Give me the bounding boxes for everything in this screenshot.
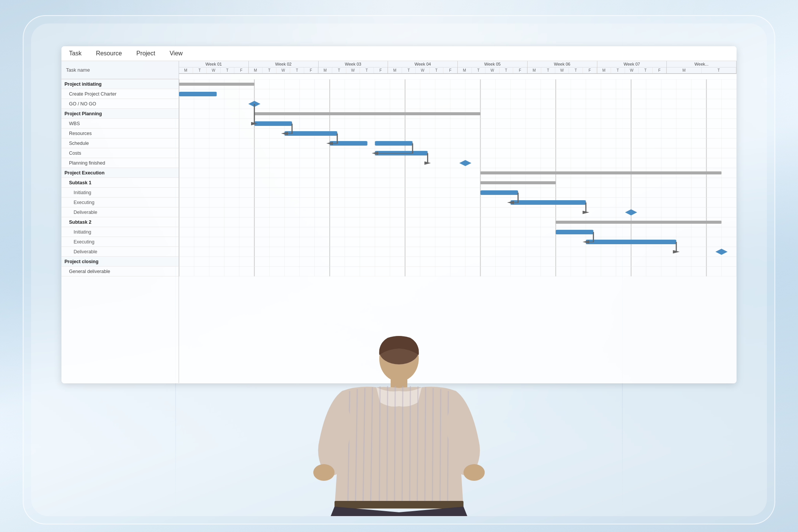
menu-project[interactable]: Project (135, 49, 157, 58)
week-block: Week 04MTWTF (388, 61, 458, 73)
task-label: General deliverable (69, 269, 110, 274)
week-label: Week... (667, 61, 736, 67)
day-label: W (346, 67, 360, 73)
task-row[interactable]: Executing (61, 198, 179, 207)
task-row[interactable]: Costs (61, 148, 179, 158)
day-label: T (639, 67, 653, 73)
task-row[interactable]: Resources (61, 129, 179, 138)
day-label: M (458, 67, 472, 73)
task-row[interactable]: WBS (61, 119, 179, 129)
day-label: T (472, 67, 486, 73)
task-row[interactable]: Project Execution (61, 168, 179, 178)
svg-line-89 (417, 386, 418, 508)
svg-line-87 (402, 386, 403, 508)
day-label: M (667, 67, 701, 73)
day-label: T (332, 67, 346, 73)
day-label: T (402, 67, 416, 73)
task-label: Deliverable (74, 249, 97, 254)
task-row[interactable]: Project closing (61, 257, 179, 267)
svg-rect-63 (254, 121, 292, 126)
day-label: T (500, 67, 514, 73)
day-label: F (234, 67, 248, 73)
task-row[interactable]: Initiating (61, 227, 179, 237)
task-list-header: Task name (61, 61, 179, 79)
day-label: W (416, 67, 430, 73)
svg-rect-69 (481, 171, 722, 174)
day-label: M (597, 67, 611, 73)
day-label: T (360, 67, 374, 73)
svg-rect-66 (375, 141, 412, 146)
svg-rect-72 (511, 200, 586, 205)
task-label: Planning finished (69, 160, 105, 166)
task-row[interactable]: Deliverable (61, 207, 179, 217)
day-label: T (430, 67, 444, 73)
task-name-label: Task name (66, 67, 90, 73)
task-label: Initiating (74, 229, 91, 235)
task-label: Schedule (69, 141, 89, 146)
screen-frame: Task Resource Project View Task name Pro… (23, 15, 775, 524)
task-row[interactable]: Executing (61, 237, 179, 247)
day-label: F (304, 67, 318, 73)
day-label: F (374, 67, 388, 73)
svg-rect-71 (481, 190, 518, 195)
task-row[interactable]: Subtask 1 (61, 178, 179, 188)
menu-resource[interactable]: Resource (94, 49, 123, 58)
week-block: Week 05MTWTF (458, 61, 528, 73)
task-label: Deliverable (74, 210, 97, 215)
task-label: WBS (69, 121, 80, 126)
day-label: T (193, 67, 207, 73)
task-list: Task name Project initiatingCreate Proje… (61, 61, 179, 383)
svg-rect-96 (335, 501, 463, 508)
svg-rect-59 (179, 83, 254, 86)
day-label: T (221, 67, 235, 73)
svg-marker-73 (625, 209, 637, 215)
svg-rect-75 (556, 230, 593, 234)
task-row[interactable]: Project Planning (61, 109, 179, 119)
week-label: Week 04 (388, 61, 457, 67)
task-row[interactable]: Subtask 2 (61, 217, 179, 227)
task-label: Project Planning (64, 111, 102, 116)
week-label: Week 06 (528, 61, 597, 67)
menu-view[interactable]: View (168, 49, 184, 58)
day-label: W (276, 67, 291, 73)
week-block: Week 01MTWTF (179, 61, 249, 73)
task-label: Costs (69, 151, 81, 156)
person-silhouette (266, 326, 532, 516)
person-area (266, 326, 532, 516)
day-label: M (528, 67, 542, 73)
week-label: Week 02 (249, 61, 318, 67)
day-label: T (541, 67, 555, 73)
task-label: Initiating (74, 190, 91, 195)
task-row[interactable]: Schedule (61, 138, 179, 148)
task-label: Subtask 2 (69, 220, 91, 225)
svg-line-90 (425, 387, 426, 508)
day-label: W (207, 67, 221, 73)
day-label: M (388, 67, 402, 73)
task-row[interactable]: Initiating (61, 188, 179, 198)
day-label: T (262, 67, 276, 73)
day-label: W (555, 67, 569, 73)
day-label: T (569, 67, 583, 73)
menu-task[interactable]: Task (68, 49, 83, 58)
day-label: W (625, 67, 639, 73)
task-row[interactable]: Project initiating (61, 79, 179, 89)
task-row[interactable]: Planning finished (61, 158, 179, 168)
day-label: T (290, 67, 304, 73)
week-headers: Week 01MTWTFWeek 02MTWTFWeek 03MTWTFWeek… (179, 61, 737, 74)
svg-line-88 (410, 386, 410, 508)
task-row[interactable]: General deliverable (61, 267, 179, 276)
task-label: Executing (74, 200, 94, 205)
task-row[interactable]: GO / NO GO (61, 99, 179, 109)
day-label: M (319, 67, 333, 73)
task-row[interactable]: Deliverable (61, 247, 179, 257)
day-label: T (702, 67, 736, 73)
day-label: F (443, 67, 457, 73)
task-row[interactable]: Create Project Charter (61, 89, 179, 99)
week-label: Week 03 (319, 61, 388, 67)
svg-point-95 (463, 464, 485, 481)
task-label: Project initiating (64, 82, 102, 87)
svg-line-93 (448, 391, 448, 508)
week-label: Week 05 (458, 61, 527, 67)
task-label: Executing (74, 239, 94, 245)
svg-rect-62 (254, 112, 481, 115)
